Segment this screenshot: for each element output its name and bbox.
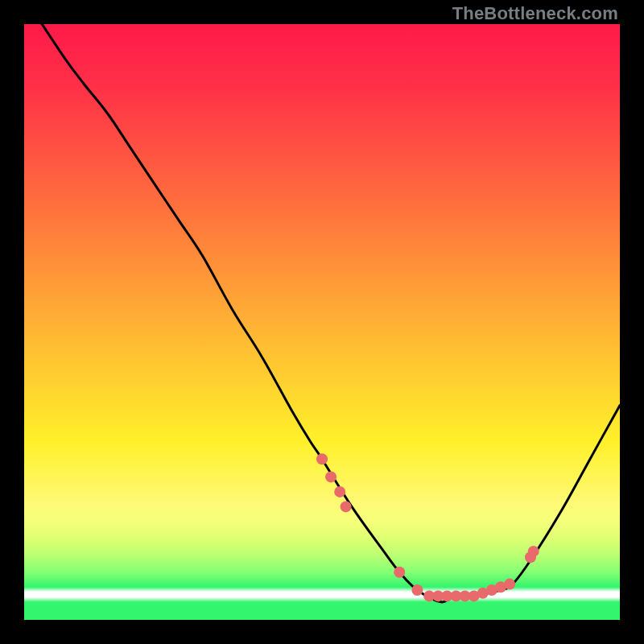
watermark-text: TheBottleneck.com: [452, 3, 618, 24]
chart-container: TheBottleneck.com: [0, 0, 644, 644]
plot-area: [24, 24, 620, 620]
